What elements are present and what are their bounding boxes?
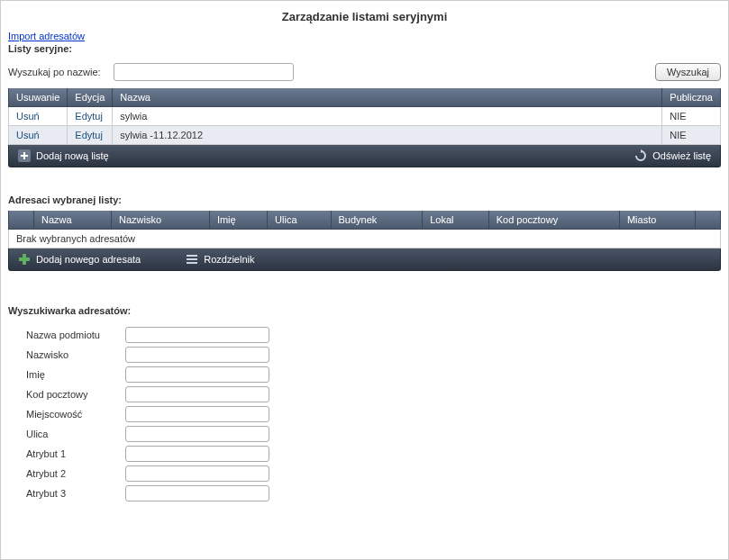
svg-rect-6 bbox=[187, 255, 197, 257]
form-row: Ulica bbox=[26, 426, 721, 442]
form-row: Nazwa podmiotu bbox=[26, 327, 721, 343]
recip-col: Lokal bbox=[423, 211, 489, 230]
finder-input[interactable] bbox=[125, 347, 269, 363]
form-label: Atrybut 2 bbox=[26, 468, 125, 479]
form-row: Miejscowość bbox=[26, 406, 721, 422]
finder-input[interactable] bbox=[125, 366, 269, 383]
finder-input[interactable] bbox=[125, 386, 269, 402]
form-row: Imię bbox=[26, 366, 721, 383]
col-name: Nazwa bbox=[113, 88, 662, 107]
recip-col: Nazwisko bbox=[112, 211, 210, 230]
form-row: Atrybut 2 bbox=[26, 465, 721, 482]
form-label: Nazwisko bbox=[26, 349, 125, 360]
list-name-cell: sylwia -11.12.2012 bbox=[113, 126, 662, 145]
search-label: Wyszukaj po nazwie: bbox=[8, 67, 105, 77]
recip-col: Imię bbox=[209, 211, 267, 230]
refresh-icon bbox=[634, 149, 647, 162]
finder-input[interactable] bbox=[125, 465, 269, 482]
form-label: Kod pocztowy bbox=[26, 389, 125, 400]
page-title: Zarządzanie listami seryjnymi bbox=[1, 1, 728, 31]
distributor-button[interactable]: Rozdzielnik bbox=[177, 248, 263, 270]
recipients-toolbar: Dodaj nowego adresata Rozdzielnik bbox=[8, 248, 721, 271]
form-label: Imię bbox=[26, 369, 125, 380]
finder-input[interactable] bbox=[125, 426, 269, 442]
lists-table: Usuwanie Edycja Nazwa Publiczna UsuńEdyt… bbox=[8, 88, 721, 145]
finder-input[interactable] bbox=[125, 485, 269, 501]
list-name-cell: sylwia bbox=[113, 107, 662, 126]
table-row: UsuńEdytujsylwiaNIE bbox=[9, 107, 721, 126]
delete-link[interactable]: Usuń bbox=[16, 111, 40, 122]
search-button[interactable]: Wyszukaj bbox=[655, 63, 721, 81]
form-row: Kod pocztowy bbox=[26, 386, 721, 402]
recip-col: Ulica bbox=[268, 211, 331, 230]
recip-col: Budynek bbox=[331, 211, 423, 230]
refresh-list-label: Odśwież listę bbox=[652, 150, 711, 161]
svg-rect-8 bbox=[187, 262, 197, 264]
add-list-button[interactable]: Dodaj nową listę bbox=[9, 145, 118, 167]
search-input[interactable] bbox=[114, 63, 294, 81]
table-row: UsuńEdytujsylwia -11.12.2012NIE bbox=[9, 126, 721, 145]
col-edit: Edycja bbox=[68, 88, 113, 107]
form-label: Ulica bbox=[26, 429, 125, 439]
finder-input[interactable] bbox=[125, 406, 269, 422]
form-label: Miejscowość bbox=[26, 409, 125, 420]
add-recipient-label: Dodaj nowego adresata bbox=[36, 254, 141, 265]
edit-link[interactable]: Edytuj bbox=[75, 111, 103, 122]
col-delete: Usuwanie bbox=[9, 88, 68, 107]
form-label: Atrybut 1 bbox=[26, 448, 125, 459]
svg-rect-2 bbox=[21, 155, 28, 157]
form-row: Atrybut 3 bbox=[26, 485, 721, 501]
recip-col: Kod pocztowy bbox=[488, 211, 619, 230]
recip-col bbox=[696, 211, 721, 230]
form-label: Nazwa podmiotu bbox=[26, 330, 125, 340]
col-public: Publiczna bbox=[662, 88, 721, 107]
delete-link[interactable]: Usuń bbox=[16, 130, 40, 140]
plus-green-icon bbox=[18, 253, 31, 266]
recipients-table: NazwaNazwiskoImięUlicaBudynekLokalKod po… bbox=[8, 211, 721, 248]
distributor-label: Rozdzielnik bbox=[204, 254, 254, 265]
lists-toolbar: Dodaj nową listę Odśwież listę bbox=[8, 145, 721, 167]
list-icon bbox=[186, 253, 198, 266]
recip-col bbox=[9, 211, 34, 230]
add-list-label: Dodaj nową listę bbox=[36, 150, 109, 161]
edit-link[interactable]: Edytuj bbox=[75, 130, 103, 140]
form-row: Nazwisko bbox=[26, 347, 721, 363]
list-public-cell: NIE bbox=[662, 107, 721, 126]
finder-input[interactable] bbox=[125, 446, 269, 462]
plus-icon bbox=[18, 149, 31, 162]
recipients-heading: Adresaci wybranej listy: bbox=[1, 193, 728, 211]
svg-rect-5 bbox=[19, 257, 30, 261]
svg-rect-7 bbox=[187, 258, 197, 260]
recip-col: Nazwa bbox=[34, 211, 112, 230]
list-public-cell: NIE bbox=[662, 126, 721, 145]
form-row: Atrybut 1 bbox=[26, 446, 721, 462]
recipients-empty: Brak wybranych adresatów bbox=[9, 230, 721, 248]
import-recipients-link[interactable]: Import adresatów bbox=[8, 31, 85, 41]
finder-heading: Wyszukiwarka adresatów: bbox=[1, 296, 728, 321]
add-recipient-button[interactable]: Dodaj nowego adresata bbox=[9, 248, 150, 270]
finder-form: Nazwa podmiotuNazwiskoImięKod pocztowyMi… bbox=[1, 321, 728, 501]
table-row: Brak wybranych adresatów bbox=[9, 230, 721, 248]
form-label: Atrybut 3 bbox=[26, 488, 125, 499]
recip-col: Miasto bbox=[619, 211, 695, 230]
lists-heading: Listy seryjne: bbox=[1, 41, 728, 59]
refresh-list-button[interactable]: Odśwież listę bbox=[625, 145, 720, 167]
finder-input[interactable] bbox=[125, 327, 269, 343]
